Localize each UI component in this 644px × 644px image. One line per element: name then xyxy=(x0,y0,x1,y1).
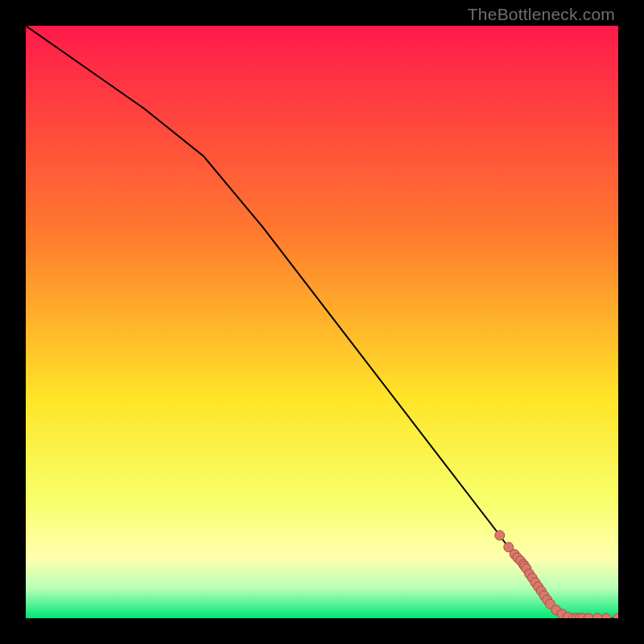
chart-frame xyxy=(26,26,618,618)
gradient-background xyxy=(26,26,618,618)
watermark-text: TheBottleneck.com xyxy=(468,5,615,24)
chart-svg xyxy=(26,26,618,618)
data-marker xyxy=(495,530,505,540)
